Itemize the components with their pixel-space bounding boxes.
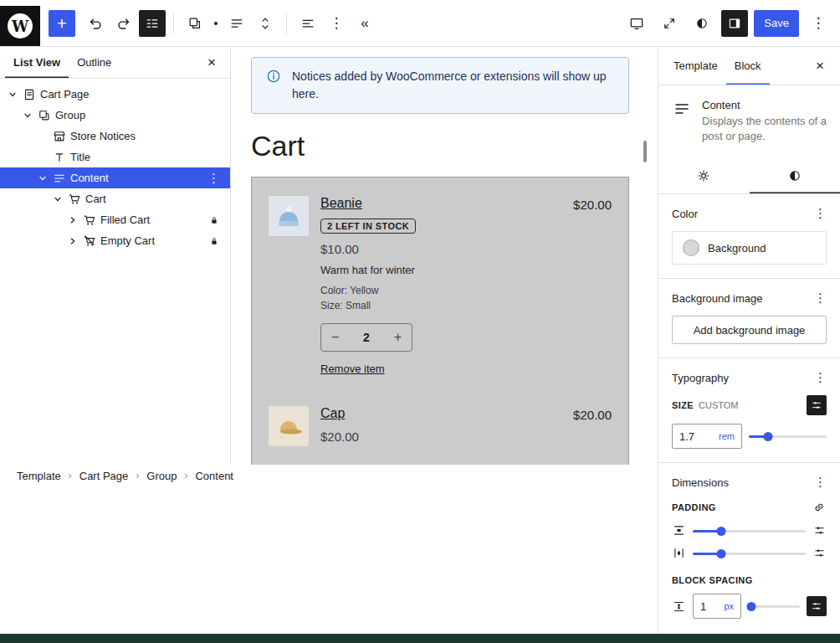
block-switcher-button[interactable]	[182, 10, 208, 37]
settings-styles-tab-bar	[658, 157, 840, 194]
block-options-button[interactable]: ⋮	[323, 10, 350, 37]
typography-options-icon[interactable]: ⋮	[814, 370, 827, 385]
font-size-unit[interactable]: rem	[719, 431, 735, 441]
chevron-down-icon[interactable]	[50, 195, 65, 203]
product-link[interactable]: Beanie	[320, 196, 362, 211]
content-icon	[50, 171, 69, 186]
list-item-content[interactable]: Content ⋮	[0, 167, 230, 188]
preview-device-button[interactable]	[623, 10, 650, 37]
block-inserter-button[interactable]: +	[49, 10, 75, 37]
drag-handle[interactable]	[214, 22, 218, 25]
save-button[interactable]: Save	[754, 10, 799, 37]
chevron-right-icon[interactable]	[65, 237, 80, 245]
list-item-empty-cart[interactable]: Empty Cart	[0, 230, 230, 251]
list-item-title[interactable]: Title	[0, 147, 230, 167]
more-options-button[interactable]: ⋮	[805, 10, 832, 37]
breadcrumb-group[interactable]: Group	[146, 470, 177, 482]
quantity-value[interactable]: 2	[363, 331, 370, 344]
padding-vertical-icon	[672, 523, 686, 538]
block-spacing-unit[interactable]: px	[724, 601, 734, 611]
undo-icon	[86, 14, 105, 33]
options-icon[interactable]: ⋮	[207, 171, 220, 186]
list-item-cart[interactable]: Cart	[0, 188, 230, 209]
settings-sidebar-toggle-button[interactable]	[721, 10, 748, 37]
link-sides-icon[interactable]	[812, 500, 827, 515]
close-icon: ×	[816, 58, 824, 75]
block-spacing-presets-button[interactable]	[807, 596, 827, 616]
dimensions-options-icon[interactable]: ⋮	[814, 475, 827, 490]
tab-outline[interactable]: Outline	[69, 47, 120, 78]
expand-icon	[662, 16, 677, 31]
parent-block-button[interactable]	[223, 10, 250, 37]
color-options-icon[interactable]: ⋮	[814, 206, 827, 221]
list-view-toggle-button[interactable]	[139, 10, 166, 37]
breadcrumb-template[interactable]: Template	[17, 470, 61, 482]
block-spacing-value: 1	[700, 600, 706, 613]
padding-horizontal-slider[interactable]	[693, 548, 806, 558]
list-item-group[interactable]: Group	[0, 105, 230, 126]
padding-horizontal-custom-icon[interactable]	[812, 546, 827, 560]
store-notices-block[interactable]: Notices added by WooCommerce or extensio…	[251, 57, 629, 114]
variation-size: Size: Small	[320, 298, 561, 313]
cart-item-details: Beanie 2 LEFT IN STOCK $10.00 Warm hat f…	[320, 196, 561, 376]
add-background-image-button[interactable]: Add background image	[672, 316, 827, 344]
tab-block[interactable]: Block	[726, 47, 770, 85]
breadcrumb-separator-icon: ›	[136, 470, 139, 481]
breadcrumb-cart-page[interactable]: Cart Page	[79, 470, 129, 482]
close-list-view-button[interactable]: ×	[198, 49, 225, 76]
view-site-button[interactable]	[656, 10, 683, 37]
size-presets-toggle-button[interactable]	[807, 395, 827, 415]
page-title[interactable]: Cart	[251, 131, 658, 162]
remove-item-link[interactable]: Remove item	[320, 363, 385, 375]
inspector-tab-bar: Template Block ×	[658, 47, 840, 85]
list-item-filled-cart[interactable]: Filled Cart	[0, 209, 230, 230]
close-sidebar-button[interactable]: ×	[807, 53, 833, 80]
wordpress-logo-button[interactable]: W	[0, 6, 40, 46]
breadcrumb-separator-icon: ›	[69, 470, 72, 481]
slider-thumb[interactable]	[764, 432, 773, 441]
canvas-scrollbar[interactable]	[643, 141, 647, 162]
padding-vertical-custom-icon[interactable]	[812, 523, 827, 538]
redo-button[interactable]	[110, 10, 137, 37]
redo-icon	[115, 14, 133, 33]
block-spacing-label: BLOCK SPACING	[672, 575, 827, 585]
list-item-cart-page[interactable]: Cart Page	[0, 84, 230, 105]
decrease-quantity-button[interactable]: −	[331, 330, 339, 345]
store-icon	[50, 129, 69, 144]
tab-settings[interactable]	[658, 157, 750, 193]
list-item-store-notices[interactable]: Store Notices	[0, 126, 230, 147]
chevron-down-icon[interactable]	[5, 90, 20, 99]
tab-template[interactable]: Template	[665, 47, 726, 85]
chevron-down-icon[interactable]	[35, 174, 50, 183]
increase-quantity-button[interactable]: +	[394, 330, 402, 345]
block-card-description: Displays the contents of a post or page.	[702, 114, 827, 144]
block-spacing-slider[interactable]	[748, 601, 800, 611]
undo-button[interactable]	[82, 10, 109, 37]
product-link[interactable]: Cap	[320, 406, 345, 421]
chevron-down-icon[interactable]	[20, 111, 35, 120]
cart-line-item: Cap $20.00 $20.00	[269, 406, 612, 446]
style-book-button[interactable]	[689, 10, 715, 37]
background-color-control[interactable]: Background	[672, 231, 827, 265]
font-size-input[interactable]: 1.7 rem	[672, 424, 742, 449]
font-size-slider[interactable]	[749, 431, 827, 441]
tab-styles[interactable]	[750, 157, 840, 193]
slider-thumb[interactable]	[746, 602, 755, 611]
color-panel-header: Color ⋮	[672, 206, 827, 221]
list-item-label: Cart	[85, 193, 106, 205]
move-up-down-button[interactable]	[252, 10, 279, 37]
collapse-toolbar-button[interactable]: «	[351, 10, 378, 37]
chevron-right-icon[interactable]	[65, 216, 80, 224]
slider-thumb[interactable]	[716, 549, 725, 558]
block-spacing-input[interactable]: 1 px	[693, 594, 741, 619]
cart-line-item: Beanie 2 LEFT IN STOCK $10.00 Warm hat f…	[269, 196, 612, 376]
tab-list-view[interactable]: List View	[5, 47, 69, 78]
toolbar-separator	[286, 13, 287, 33]
cart-block[interactable]: Beanie 2 LEFT IN STOCK $10.00 Warm hat f…	[251, 177, 629, 465]
padding-vertical-slider[interactable]	[693, 526, 806, 536]
background-image-options-icon[interactable]: ⋮	[814, 291, 827, 306]
slider-thumb[interactable]	[716, 527, 725, 536]
quantity-stepper[interactable]: − 2 +	[320, 323, 412, 352]
align-button[interactable]	[295, 10, 321, 37]
breadcrumb-content[interactable]: Content	[195, 470, 233, 482]
